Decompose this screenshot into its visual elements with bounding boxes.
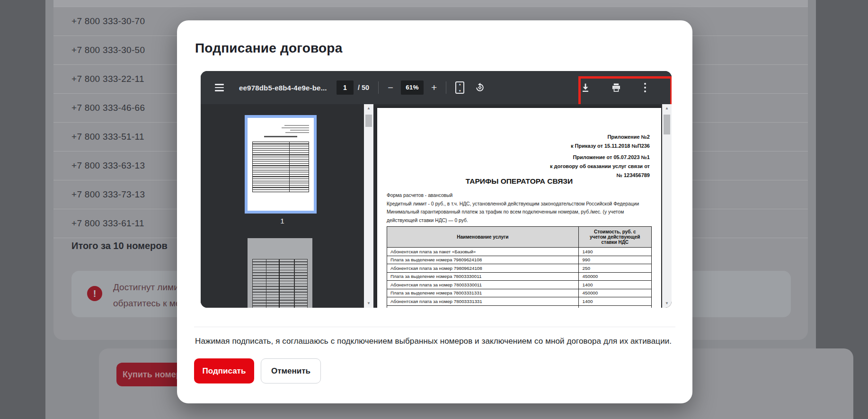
tariff-table-header: Наименование услуги Стоимость, руб. с уч…	[387, 227, 651, 248]
page-number-input[interactable]: 1	[337, 80, 354, 95]
tariff-cost-value: 990	[579, 257, 651, 262]
total-label: Итого за 10 номеров	[71, 241, 168, 251]
page-count-label: / 50	[358, 84, 369, 91]
phone-number: +7 800 333-22-11	[71, 74, 144, 84]
doc-intro-line: Минимальный гарантированный платеж за тр…	[387, 208, 654, 224]
doc-reference-line: к Приказу от 15.11.2018 №П236	[571, 142, 650, 151]
document-page-1: Приложение №2к Приказу от 15.11.2018 №П2…	[377, 108, 661, 308]
thumbnail-scrollbar[interactable]: ▲ ▼	[364, 104, 373, 308]
scrollbar-thumb[interactable]	[365, 115, 372, 127]
tariff-cost-value: 1490	[579, 249, 651, 254]
toolbar-divider	[378, 81, 379, 94]
modal-title: Подписание договора	[195, 41, 342, 56]
doc-intro-line: Форма расчетов - авансовый	[387, 191, 654, 200]
tariff-service-name: Плата за выделение номера 78003333070	[387, 306, 579, 308]
pdf-action-tools	[580, 82, 649, 93]
doc-reference-bottom: Приложение от 05.07.2023 №1к договору об…	[550, 153, 650, 180]
screen: +7 800 333-13-31 ● Платиновый 450 000 ₽ …	[0, 0, 868, 419]
pdf-filename: ee978db5-e8b4-4e9e-be...	[239, 84, 319, 92]
sign-button[interactable]: Подписать	[194, 358, 254, 383]
phone-number: +7 800 333-46-66	[71, 103, 145, 113]
thumbnail-1-table	[252, 142, 309, 192]
fit-up-arrow: ▲	[459, 83, 461, 86]
phone-number: +7 800 333-61-11	[71, 218, 144, 229]
doc-reference-line: Приложение от 05.07.2023 №1	[550, 153, 650, 162]
remove-number-icon[interactable]: ✕	[549, 0, 557, 2]
document-pane: Приложение №2к Приказу от 15.11.2018 №П2…	[373, 104, 672, 308]
pdf-body: 1 ▲ ▼ Приложен	[201, 104, 672, 308]
doc-reference-line: Приложение №2	[571, 133, 650, 142]
pdf-toolbar: ee978db5-e8b4-4e9e-be... 1 / 50 − 61% + …	[201, 71, 672, 104]
tariff-row: Плата за выделение номера 78003331331 45…	[387, 289, 651, 298]
thumbnail-1-header-lines	[282, 124, 309, 133]
document-scrollbar[interactable]: ▲ ▼	[662, 104, 672, 308]
warning-exclamation-icon: !	[87, 286, 102, 301]
more-options-icon[interactable]	[641, 82, 649, 93]
tariff-row: Плата за выделение номера 78003333070 45…	[387, 306, 651, 308]
tariff-service-name: Плата за выделение номера 78003330011	[387, 273, 579, 281]
price-extra: 1400 ₽	[428, 0, 514, 2]
zoom-level-input[interactable]: 61%	[401, 80, 424, 95]
tariff-cost-value: 250	[579, 266, 651, 271]
doc-intro: Форма расчетов - авансовыйКредитный лими…	[387, 191, 654, 224]
tariff-row: Плата за выделение номера 78003330011 45…	[387, 273, 651, 281]
zoom-in-button[interactable]: +	[431, 82, 437, 93]
thumbnail-page-1[interactable]	[245, 115, 317, 214]
tariff-row: Абонентская плата за номер 79809624108 2…	[387, 264, 651, 273]
tariff-table: Наименование услуги Стоимость, руб. с уч…	[387, 226, 652, 308]
phone-number: +7 800 333-13-31	[71, 0, 145, 1]
fit-down-arrow: ▼	[459, 89, 461, 92]
thumbnail-1-title-bar	[264, 136, 297, 137]
tariff-row: Абонентская плата за номер 78003331331 1…	[387, 297, 651, 306]
zoom-out-button[interactable]: −	[388, 82, 393, 93]
rotate-icon[interactable]	[475, 82, 485, 93]
phone-number: +7 800 333-73-13	[71, 189, 145, 200]
modal-divider	[194, 327, 675, 327]
tariff-cost-value: 1400	[579, 299, 651, 304]
phone-number: +7 800 333-51-11	[71, 132, 144, 142]
disclaimer-text: Нажимая подписать, я соглашаюсь с подклю…	[195, 337, 672, 346]
menu-icon[interactable]	[215, 84, 224, 91]
tariff-cost-value: 450000	[579, 307, 651, 308]
tariff-cost-value: 1400	[579, 282, 651, 287]
scroll-up-icon[interactable]: ▲	[367, 104, 371, 113]
phone-number: +7 800 333-30-50	[71, 45, 145, 55]
doc-reference-line: к договору об оказании услуг связи от	[550, 162, 650, 171]
cancel-button[interactable]: Отменить	[261, 358, 321, 383]
scroll-down-icon[interactable]: ▼	[665, 299, 669, 308]
tariff-row: Плата за выделение номера 79809624108 99…	[387, 256, 651, 265]
tariff-cost-value: 450000	[579, 274, 651, 279]
tariff-service-name: Абонентская плата за номер 79809624108	[387, 264, 579, 272]
toolbar-divider	[446, 81, 446, 94]
thumbnail-pane: 1 ▲ ▼	[201, 104, 373, 308]
price-monthly: 90 000 ₽	[352, 0, 437, 2]
sign-contract-modal: Подписание договора ee978db5-e8b4-4e9e-b…	[177, 20, 692, 403]
tariff-service-name: Абонентская плата за номер 78003331331	[387, 297, 579, 305]
pdf-viewer: ee978db5-e8b4-4e9e-be... 1 / 50 − 61% + …	[201, 71, 672, 308]
tariff-row: Абонентская плата за номер 78003330011 1…	[387, 281, 651, 289]
tariff-col-cost: Стоимость, руб. с учетом действующей ста…	[579, 227, 651, 247]
scroll-up-icon[interactable]: ▲	[665, 104, 669, 113]
doc-title: ТАРИФЫ ОПЕРАТОРА СВЯЗИ	[377, 177, 661, 186]
tariff-col-service: Наименование услуги	[387, 227, 579, 247]
tariff-service-name: Плата за выделение номера 78003331331	[387, 289, 579, 297]
scrollbar-thumb[interactable]	[664, 115, 670, 134]
phone-number: +7 800 333-63-13	[71, 160, 145, 171]
print-icon[interactable]	[611, 82, 622, 93]
price-activation: 450 000 ₽	[257, 0, 342, 2]
thumbnail-2-table	[252, 259, 308, 308]
tariff-service-name: Плата за выделение номера 79809624108	[387, 256, 579, 264]
doc-reference-top: Приложение №2к Приказу от 15.11.2018 №П2…	[571, 133, 650, 151]
scroll-down-icon[interactable]: ▼	[367, 299, 371, 308]
tariff-cost-value: 450000	[579, 290, 651, 295]
thumbnail-page-2[interactable]	[248, 238, 312, 308]
phone-row[interactable]: +7 800 333-13-31 ● Платиновый 450 000 ₽ …	[53, 0, 808, 7]
phone-number: +7 800 333-30-70	[71, 16, 145, 27]
download-icon[interactable]	[580, 82, 591, 93]
fit-to-page-icon[interactable]: ▲ ▼	[455, 81, 464, 94]
category-label: Платиновый	[198, 0, 252, 1]
tariff-row: Абонентская плата за пакет «Базовый» 149…	[387, 248, 651, 256]
doc-intro-line: Кредитный лимит - 0 руб., в т.ч. НДС, ус…	[387, 200, 654, 208]
thumbnail-1-label: 1	[201, 217, 364, 225]
tariff-service-name: Абонентская плата за номер 78003330011	[387, 281, 579, 289]
